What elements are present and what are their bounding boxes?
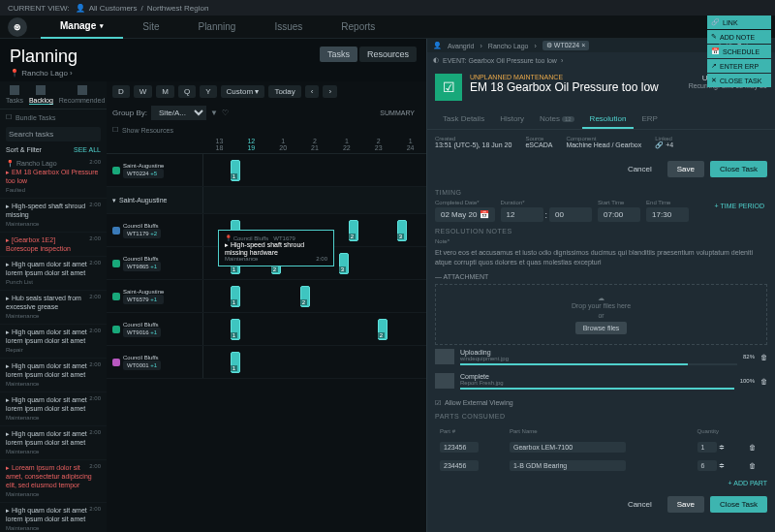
bundle-tasks-toggle[interactable]: ☐Bundle Tasks	[0, 110, 107, 125]
gantt-block[interactable]: 2	[300, 286, 310, 307]
view-day[interactable]: D	[112, 85, 130, 98]
nav-site[interactable]: Site	[123, 16, 178, 39]
task-item[interactable]: 2:00▸ High quam dolor sit amet lorem ips…	[0, 426, 107, 460]
part-qty-field[interactable]: 1	[698, 442, 717, 453]
groupby-select[interactable]: Site/A...	[151, 106, 206, 120]
today-button[interactable]: Today	[268, 85, 300, 98]
completed-date-field[interactable]: 02 May 20 📅	[435, 207, 495, 222]
browse-files-button[interactable]: Browse files	[575, 322, 628, 334]
task-item[interactable]: 2:00▸ High quam dolor sit amet lorem ips…	[0, 325, 107, 359]
meta-linked[interactable]: 🔗 +4	[655, 141, 673, 149]
ge-logo[interactable]: ⊛	[8, 17, 27, 37]
ptab-erp[interactable]: ERP	[634, 110, 665, 129]
task-item[interactable]: 2:00▸ Loream ipsum dolor sit amet, conse…	[0, 460, 107, 503]
prev-arrow[interactable]: ‹	[305, 85, 320, 98]
show-resources-toggle[interactable]: Show Resources	[122, 127, 173, 134]
gantt-row[interactable]: Council BluffsWT9016 +112	[107, 313, 426, 346]
gantt-row[interactable]: Saint-AugustineWT0224 +51	[107, 154, 426, 187]
task-item[interactable]: 2:00▸ High quam dolor sit amet lorem ips…	[0, 392, 107, 426]
action-enter-erp[interactable]: ↗ ENTER ERP	[707, 59, 771, 73]
part-qty-field[interactable]: 6	[698, 460, 717, 471]
add-time-period[interactable]: + TIME PERIOD	[712, 200, 767, 222]
delete-icon[interactable]: 🗑	[749, 462, 756, 469]
delete-icon[interactable]: 🗑	[749, 444, 756, 451]
tab-tasks[interactable]: Tasks	[320, 47, 357, 62]
action-schedule[interactable]: 📅 SCHEDULE	[707, 45, 771, 58]
task-item[interactable]: 2:00 📍 Rancho Lago▸ EM 18 Gearbox Oil Pr…	[0, 156, 107, 199]
duration-hours[interactable]: 12	[501, 207, 543, 222]
delete-icon[interactable]: 🗑	[760, 378, 767, 385]
ptab-details[interactable]: Task Details	[435, 110, 492, 129]
checkbox-icon[interactable]: ☑	[435, 399, 441, 407]
nav-manage[interactable]: Manage▾	[41, 16, 123, 39]
task-list[interactable]: 2:00 📍 Rancho Lago▸ EM 18 Gearbox Oil Pr…	[0, 156, 107, 532]
view-quarter[interactable]: Q	[178, 85, 196, 98]
filter-icon[interactable]: ▼	[210, 109, 218, 117]
close-task-button[interactable]: Close Task	[710, 161, 767, 177]
view-custom[interactable]: Custom ▾	[221, 85, 265, 98]
save-button-bottom[interactable]: Save	[667, 496, 704, 513]
view-month[interactable]: M	[156, 85, 174, 98]
action-add-note[interactable]: ✎ ADD NOTE	[707, 30, 771, 44]
action-link[interactable]: 🔗 LINK	[707, 16, 771, 29]
part-name-field[interactable]: Gearbox LEM-7100	[510, 442, 626, 453]
stepper-icon[interactable]: ≑	[719, 462, 725, 469]
gantt-block[interactable]: 3	[339, 253, 349, 274]
wt-badge[interactable]: ⚙ WT0224 ×	[542, 41, 589, 50]
add-part-button[interactable]: + ADD PART	[435, 476, 767, 490]
cancel-button[interactable]: Cancel	[618, 161, 662, 177]
part-num-field[interactable]: 234456	[440, 460, 479, 471]
end-time-field[interactable]: 17:30	[646, 207, 689, 222]
allow-external-label: Allow External Viewing	[445, 399, 513, 406]
gantt-block[interactable]: 1	[231, 352, 240, 373]
note-textarea[interactable]: Et vero eos et accusamus et iusto odio d…	[435, 248, 767, 267]
gantt-block[interactable]: 1	[231, 319, 240, 340]
delete-icon[interactable]: 🗑	[760, 354, 767, 360]
task-item[interactable]: 2:00▸ High quam dolor sit amet lorem ips…	[0, 503, 107, 532]
part-name-field[interactable]: 1-B GDM Bearing	[510, 460, 626, 471]
gantt-block[interactable]: 3	[397, 220, 407, 241]
gantt-block[interactable]: 1	[231, 160, 240, 181]
task-item[interactable]: 2:00▸ [Gearbox 1E2] Borescope inspection	[0, 233, 107, 257]
attachment-toggle[interactable]: — ATTACHMENT	[435, 273, 767, 280]
customers-crumb[interactable]: All Customers	[89, 4, 138, 13]
see-all-link[interactable]: SEE ALL	[74, 146, 101, 153]
gantt-block[interactable]: 2	[349, 220, 358, 241]
search-input[interactable]: Search tasks	[6, 127, 101, 141]
ptab-history[interactable]: History	[492, 110, 532, 129]
task-item[interactable]: 2:00▸ Hub seals starved from excessive g…	[0, 291, 107, 325]
ptab-notes[interactable]: Notes12	[532, 110, 582, 129]
next-arrow[interactable]: ›	[323, 85, 337, 98]
heart-icon[interactable]: ♡	[222, 109, 229, 117]
gantt-block[interactable]: 1	[231, 286, 240, 307]
gantt-block[interactable]: 2	[378, 319, 388, 340]
sort-filter-link[interactable]: Sort & Filter	[6, 146, 42, 153]
nav-planning[interactable]: Planning	[178, 16, 255, 39]
close-task-button-bottom[interactable]: Close Task	[710, 496, 767, 513]
gantt-row[interactable]: Saint-AugustineWT6579 +112	[107, 280, 426, 313]
part-num-field[interactable]: 123456	[440, 442, 479, 453]
task-item[interactable]: 2:00▸ High quam dolor sit amet lorem ips…	[0, 359, 107, 392]
save-button[interactable]: Save	[667, 161, 704, 177]
side-tab-tasks[interactable]: Tasks	[6, 85, 23, 105]
start-time-field[interactable]: 07:00	[598, 207, 640, 222]
view-week[interactable]: W	[134, 85, 153, 98]
gantt-row[interactable]: Council BluffsWT0001 +11	[107, 346, 426, 379]
task-check-icon[interactable]: ☑	[435, 74, 462, 101]
side-tab-recommended[interactable]: Recommended	[59, 85, 105, 105]
cancel-button-bottom[interactable]: Cancel	[618, 496, 662, 513]
nav-reports[interactable]: Reports	[322, 16, 394, 39]
view-year[interactable]: Y	[200, 85, 216, 98]
tab-resources[interactable]: Resources	[359, 47, 417, 62]
duration-mins[interactable]: 00	[549, 207, 592, 222]
action-close-task[interactable]: ✕ CLOSE TASK	[707, 74, 771, 87]
nav-issues[interactable]: Issues	[255, 16, 322, 39]
ptab-resolution[interactable]: Resolution	[582, 110, 635, 129]
gantt-group-row[interactable]: ▾Saint-Augustine	[107, 187, 426, 214]
side-tab-backlog[interactable]: Backlog	[29, 85, 53, 105]
task-item[interactable]: 2:00▸ High-speed shaft shroud missingMai…	[0, 199, 107, 233]
task-item[interactable]: 2:00▸ High quam dolor sit amet lorem ips…	[0, 257, 107, 291]
file-dropzone[interactable]: ☁ Drop your files here or Browse files	[435, 284, 767, 345]
stepper-icon[interactable]: ≑	[719, 444, 725, 451]
region-crumb[interactable]: Northwest Region	[147, 4, 209, 13]
